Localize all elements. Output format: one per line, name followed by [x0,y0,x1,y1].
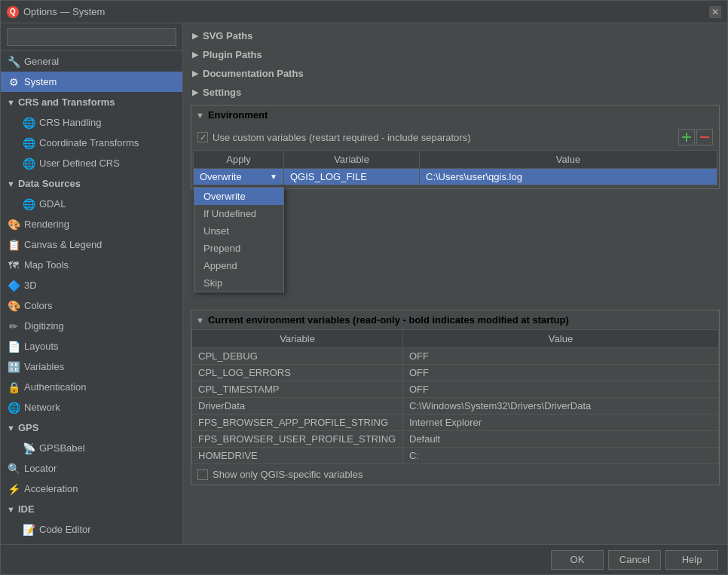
sidebar-item-network[interactable]: 🌐 Network [1,397,182,417]
sidebar-group-label: CRS and Transforms [18,96,115,108]
expand-icon: ▼ [7,98,15,107]
sidebar-item-3d[interactable]: 🔷 3D [1,275,182,295]
window-title: Options — System [23,6,105,17]
digitizing-icon: ✏ [7,320,20,333]
sidebar-group-crs[interactable]: ▼ CRS and Transforms [1,92,182,112]
table-row[interactable]: Overwrite ▼ Overwrite If Undefined Unset [194,169,717,185]
locator-icon: 🔍 [7,462,20,476]
table-row[interactable]: CPL_DEBUGOFF [192,348,719,365]
acceleration-icon: ⚡ [7,482,20,496]
sidebar-item-user-defined-crs[interactable]: 🌐 User Defined CRS [1,153,182,173]
sidebar-item-canvas-legend[interactable]: 📋 Canvas & Legend [1,234,182,255]
sidebar-item-label: Variables [24,361,64,372]
env-variable-cell: FPS_BROWSER_USER_PROFILE_STRING [192,431,403,448]
sidebar-item-authentication[interactable]: 🔒 Authentication [1,377,182,397]
sidebar-item-coordinate-transforms[interactable]: 🌐 Coordinate Transforms [1,133,182,153]
remove-icon [699,132,710,142]
svg-rect-1 [682,136,691,138]
table-row[interactable]: DriverDataC:\Windows\System32\Drivers\Dr… [192,398,719,414]
current-environment-section: ▼ Current environment variables (read-on… [191,310,720,485]
search-input[interactable] [7,28,176,46]
variable-header: Variable [284,151,420,169]
sidebar-item-digitizing[interactable]: ✏ Digitizing [1,316,182,336]
remove-variable-button[interactable] [696,129,713,145]
apply-value: Overwrite [200,171,242,182]
collapsed-arrow: ▶ [192,87,198,97]
sidebar-item-general[interactable]: 🔧 General [1,51,182,72]
table-row[interactable]: FPS_BROWSER_USER_PROFILE_STRINGDefault [192,431,719,448]
svg-paths-section[interactable]: ▶ SVG Paths [189,26,721,45]
code-editor-icon: 📝 [22,523,35,537]
table-row[interactable]: FPS_BROWSER_APP_PROFILE_STRINGInternet E… [192,414,719,431]
env-variable-cell: CPL_DEBUG [192,348,403,365]
sidebar-group-gps[interactable]: ▼ GPS [1,417,182,438]
env-value-cell: OFF [403,348,719,365]
table-row[interactable]: CPL_LOG_ERRORSOFF [192,365,719,381]
sidebar: 🔧 General ⚙ System ▼ CRS and Transforms … [1,23,183,544]
dropdown-item-overwrite[interactable]: Overwrite [194,188,283,205]
sidebar-group-data-sources[interactable]: ▼ Data Sources [1,173,182,194]
sidebar-item-label: Code Editor [39,524,91,535]
main-content: 🔧 General ⚙ System ▼ CRS and Transforms … [1,23,727,544]
crs-handling-icon: 🌐 [22,116,35,130]
layouts-icon: 📄 [7,340,20,353]
add-variable-button[interactable] [678,129,695,145]
sidebar-item-colors[interactable]: 🎨 Colors [1,295,182,316]
dropdown-arrow: ▼ [270,173,277,181]
sidebar-item-system[interactable]: ⚙ System [1,72,182,92]
system-icon: ⚙ [7,75,20,89]
network-icon: 🌐 [7,401,20,414]
settings-section[interactable]: ▶ Settings [189,83,721,102]
documentation-paths-section[interactable]: ▶ Documentation Paths [189,64,721,83]
sidebar-item-gdal[interactable]: 🌐 GDAL [1,194,182,214]
cancel-button[interactable]: Cancel [608,550,661,570]
expand-icon: ▼ [7,179,15,188]
dropdown-item-append[interactable]: Append [194,257,283,274]
sidebar-item-variables[interactable]: 🔠 Variables [1,356,182,377]
apply-cell[interactable]: Overwrite ▼ Overwrite If Undefined Unset [194,169,284,185]
table-row[interactable]: HOMEDRIVEC: [192,448,719,464]
sidebar-item-locator[interactable]: 🔍 Locator [1,458,182,479]
sidebar-item-label: Canvas & Legend [24,239,102,250]
general-icon: 🔧 [7,55,20,69]
sidebar-item-label: Rendering [24,219,69,230]
current-env-scroll[interactable]: Variable Value CPL_DEBUGOFFCPL_LOG_ERROR… [191,329,719,464]
bottom-bar: OK Cancel Help [1,544,727,574]
dropdown-item-prepend[interactable]: Prepend [194,240,283,257]
environment-header[interactable]: ▼ Environment [191,106,719,124]
plugin-paths-section[interactable]: ▶ Plugin Paths [189,45,721,64]
value-cell[interactable]: C:\Users\user\qgis.log [420,169,717,185]
sidebar-item-label: System [24,76,57,87]
sidebar-group-ide[interactable]: ▼ IDE [1,499,182,519]
sidebar-item-gpsbabel[interactable]: 📡 GPSBabel [1,438,182,458]
canvas-icon: 📋 [7,238,20,252]
svg-rect-2 [700,136,709,138]
show-qgis-checkbox[interactable] [197,469,208,480]
sidebar-item-map-tools[interactable]: 🗺 Map Tools [1,255,182,275]
dropdown-item-unset[interactable]: Unset [194,222,283,240]
sidebar-item-code-editor[interactable]: 📝 Code Editor [1,519,182,540]
dropdown-item-skip[interactable]: Skip [194,274,283,292]
custom-vars-checkbox[interactable] [197,132,208,142]
sidebar-item-label: Network [24,402,60,413]
search-box [1,23,182,51]
sidebar-item-acceleration[interactable]: ⚡ Acceleration [1,479,182,499]
help-button[interactable]: Help [665,550,718,570]
show-qgis-row: Show only QGIS-specific variables [191,464,719,485]
table-row[interactable]: CPL_TIMESTAMPOFF [192,381,719,398]
sidebar-item-layouts[interactable]: 📄 Layouts [1,336,182,356]
documentation-paths-label: Documentation Paths [203,68,304,79]
sidebar-item-label: User Defined CRS [39,158,120,169]
env-value-cell: OFF [403,365,719,381]
sidebar-item-rendering[interactable]: 🎨 Rendering [1,214,182,234]
variable-cell[interactable]: QGIS_LOG_FILE [284,169,420,185]
gdal-icon: 🌐 [22,197,35,211]
dropdown-item-if-undefined[interactable]: If Undefined [194,205,283,222]
plugin-paths-label: Plugin Paths [203,49,262,60]
sidebar-item-crs-handling[interactable]: 🌐 CRS Handling [1,112,182,133]
ok-button[interactable]: OK [551,550,604,570]
apply-dropdown-trigger[interactable]: Overwrite ▼ [194,169,283,185]
current-env-header[interactable]: ▼ Current environment variables (read-on… [191,310,719,329]
close-button[interactable]: ✕ [709,6,721,18]
auth-icon: 🔒 [7,381,20,394]
